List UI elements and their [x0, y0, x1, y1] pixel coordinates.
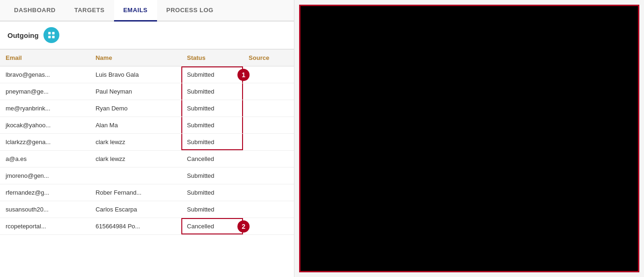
table-row[interactable]: lbravo@genas...Luis Bravo GalaSubmitted1 [0, 66, 294, 83]
cell-email: pneyman@ge... [0, 83, 90, 100]
cell-name [90, 168, 181, 184]
cell-source [243, 201, 294, 218]
right-panel [299, 5, 639, 272]
cell-source [243, 83, 294, 100]
table-row[interactable]: me@ryanbrink...Ryan DemoSubmitted [0, 100, 294, 117]
cell-email: susansouth20... [0, 201, 90, 218]
cell-source [243, 100, 294, 117]
table-row[interactable]: lclarkzz@gena...clark lewzzSubmitted [0, 134, 294, 151]
cell-name: Luis Bravo Gala [90, 66, 181, 83]
cell-name: Carlos Escarpa [90, 201, 181, 218]
cell-name: Ryan Demo [90, 100, 181, 117]
table-row[interactable]: pneyman@ge...Paul NeymanSubmitted [0, 83, 294, 100]
table-container: Email Name Status Source lbravo@genas...… [0, 49, 294, 277]
table-row[interactable]: jmoreno@gen...Submitted [0, 168, 294, 184]
left-panel: DASHBOARD TARGETS EMAILS PROCESS LOG Out… [0, 0, 294, 277]
cell-source [243, 66, 294, 83]
cell-status: Cancelled [181, 151, 243, 168]
cell-name: 615664984 Po... [90, 218, 181, 235]
cell-status: Submitted1 [181, 66, 243, 83]
table-row[interactable]: jkocak@yahoo...Alan MaSubmitted [0, 117, 294, 134]
cell-source [243, 218, 294, 235]
cell-name: clark lewzz [90, 151, 181, 168]
email-table: Email Name Status Source lbravo@genas...… [0, 49, 294, 235]
cell-source [243, 168, 294, 184]
table-row[interactable]: susansouth20...Carlos EscarpaSubmitted [0, 201, 294, 218]
col-source: Source [243, 50, 294, 66]
cell-name: Paul Neyman [90, 83, 181, 100]
col-email: Email [0, 50, 90, 66]
export-button[interactable] [43, 27, 59, 43]
cell-status: Submitted [181, 83, 243, 100]
svg-rect-3 [52, 36, 54, 38]
cell-email: lbravo@genas... [0, 66, 90, 83]
cell-status: Cancelled2 [181, 218, 243, 235]
table-row[interactable]: rcopeteportal...615664984 Po...Cancelled… [0, 218, 294, 235]
cell-status: Submitted [181, 168, 243, 184]
tab-emails[interactable]: EMAILS [114, 0, 157, 22]
cell-name: Rober Fernand... [90, 184, 181, 201]
cell-status: Submitted [181, 117, 243, 134]
svg-rect-0 [48, 32, 50, 34]
tab-bar: DASHBOARD TARGETS EMAILS PROCESS LOG [0, 0, 294, 22]
table-row[interactable]: a@a.esclark lewzzCancelled [0, 151, 294, 168]
badge-1: 1 [237, 69, 250, 81]
outgoing-label: Outgoing [7, 31, 39, 39]
cell-email: me@ryanbrink... [0, 100, 90, 117]
cell-status: Submitted [181, 100, 243, 117]
cell-email: a@a.es [0, 151, 90, 168]
tab-dashboard[interactable]: DASHBOARD [5, 0, 65, 22]
table-row[interactable]: rfernandez@g...Rober Fernand...Submitted [0, 184, 294, 201]
cell-source [243, 134, 294, 151]
tab-targets[interactable]: TARGETS [65, 0, 114, 22]
cell-name: clark lewzz [90, 134, 181, 151]
tab-process-log[interactable]: PROCESS LOG [157, 0, 223, 22]
cell-status: Submitted [181, 184, 243, 201]
cell-status: Submitted [181, 201, 243, 218]
badge-2: 2 [237, 220, 250, 233]
cell-email: rfernandez@g... [0, 184, 90, 201]
cell-email: lclarkzz@gena... [0, 134, 90, 151]
cell-name: Alan Ma [90, 117, 181, 134]
cell-source [243, 117, 294, 134]
cell-status: Submitted [181, 134, 243, 151]
table-header-row: Email Name Status Source [0, 50, 294, 66]
export-icon [47, 31, 56, 39]
col-status: Status [181, 50, 243, 66]
cell-email: jmoreno@gen... [0, 168, 90, 184]
svg-rect-2 [48, 36, 50, 38]
cell-source [243, 184, 294, 201]
svg-rect-1 [52, 32, 54, 34]
cell-source [243, 151, 294, 168]
cell-email: rcopeteportal... [0, 218, 90, 235]
outgoing-bar: Outgoing [0, 22, 294, 49]
cell-email: jkocak@yahoo... [0, 117, 90, 134]
col-name: Name [90, 50, 181, 66]
